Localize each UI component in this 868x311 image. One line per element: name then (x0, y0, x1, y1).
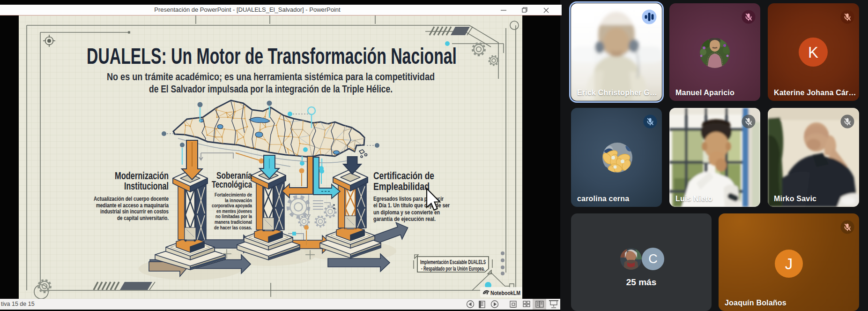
svg-text:J: J (785, 255, 793, 273)
svg-text:Institucional: Institucional (124, 181, 169, 192)
svg-text:Empleabilidad: Empleabilidad (373, 181, 430, 192)
svg-text:Certificación de: Certificación de (373, 170, 434, 182)
svg-text:el Día 1. Un título que deja d: el Día 1. Un título que deja de ser (373, 202, 450, 209)
svg-text:garantía de ejecución real.: garantía de ejecución real. (373, 216, 436, 222)
svg-text:NotebookLM: NotebookLM (490, 289, 520, 296)
svg-text:- Respaldado por la Unión Euro: - Respaldado por la Unión Europea. (421, 265, 485, 272)
svg-text:mediante el acceso a maquinari: mediante el acceso a maquinaria (96, 202, 169, 209)
svg-text:de El Salvador impulsada por l: de El Salvador impulsada por la integrac… (149, 83, 393, 95)
svg-text:industrial sin incurrir en cos: industrial sin incurrir en costos (100, 208, 169, 215)
svg-text:K: K (808, 44, 818, 61)
svg-text:de capital universitario.: de capital universitario. (117, 215, 169, 221)
svg-text:Tecnológica: Tecnológica (212, 179, 252, 190)
svg-text:Actualización del cuerpo docen: Actualización del cuerpo docente (94, 196, 169, 202)
svg-text:DUALELS: Un Motor de Transform: DUALELS: Un Motor de Transformación Naci… (87, 43, 457, 68)
svg-text:de hacer las cosas.: de hacer las cosas. (214, 224, 252, 231)
svg-text:C: C (648, 252, 658, 266)
svg-text:No es un trámite académico; es: No es un trámite académico; es una herra… (107, 71, 435, 83)
svg-text:Implementación Escalable DUALE: Implementación Escalable DUALELS (420, 259, 486, 265)
svg-text:Modernización: Modernización (115, 170, 169, 182)
svg-text:un diploma y se convierte en: un diploma y se convierte en (373, 209, 440, 216)
